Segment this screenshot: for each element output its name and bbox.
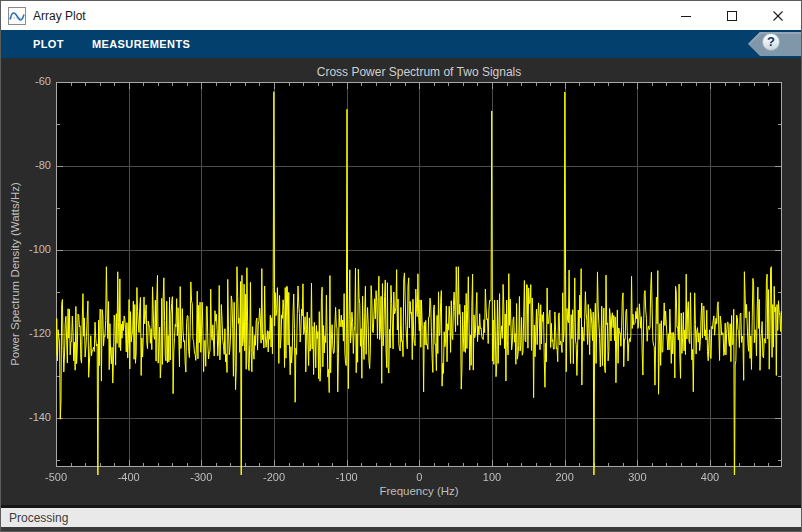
- x-axis-label: Frequency (Hz): [56, 485, 782, 497]
- y-tick-label: -140: [7, 411, 51, 423]
- sine-wave-icon: [8, 7, 26, 25]
- x-tick-label: -300: [179, 471, 223, 483]
- close-icon: [772, 10, 784, 22]
- y-tick-label: -60: [7, 75, 51, 87]
- toolstrip: PLOT MEASUREMENTS ?: [1, 30, 801, 58]
- x-tick-label: -400: [107, 471, 151, 483]
- x-tick-label: 300: [615, 471, 659, 483]
- x-tick-label: 400: [688, 471, 732, 483]
- plot-title: Cross Power Spectrum of Two Signals: [56, 65, 782, 79]
- close-button[interactable]: [755, 1, 801, 30]
- y-tick-label: -80: [7, 159, 51, 171]
- y-tick-label: -100: [7, 243, 51, 255]
- x-tick-label: -100: [325, 471, 369, 483]
- tab-measurements[interactable]: MEASUREMENTS: [78, 30, 204, 58]
- minimize-icon: [680, 10, 692, 22]
- help-button[interactable]: [747, 32, 801, 56]
- maximize-button[interactable]: [709, 1, 755, 30]
- x-tick-label: 0: [397, 471, 441, 483]
- y-tick-label: -120: [7, 327, 51, 339]
- minimize-button[interactable]: [663, 1, 709, 30]
- array-plot-window: Array Plot PLOT MEASUREMENTS ? Cross Pow…: [0, 0, 802, 532]
- maximize-icon: [726, 10, 738, 22]
- tab-plot[interactable]: PLOT: [19, 30, 78, 58]
- status-text: Processing: [9, 511, 68, 525]
- plot-canvas[interactable]: [56, 82, 782, 475]
- x-tick-label: -200: [252, 471, 296, 483]
- titlebar: Array Plot: [1, 1, 801, 30]
- figure-area: Cross Power Spectrum of Two Signals Powe…: [1, 58, 801, 505]
- help-banner-shape: [747, 32, 801, 56]
- statusbar: Processing: [1, 505, 801, 531]
- x-tick-label: -500: [34, 471, 78, 483]
- x-tick-label: 200: [543, 471, 587, 483]
- x-tick-label: 100: [470, 471, 514, 483]
- window-title: Array Plot: [33, 9, 663, 23]
